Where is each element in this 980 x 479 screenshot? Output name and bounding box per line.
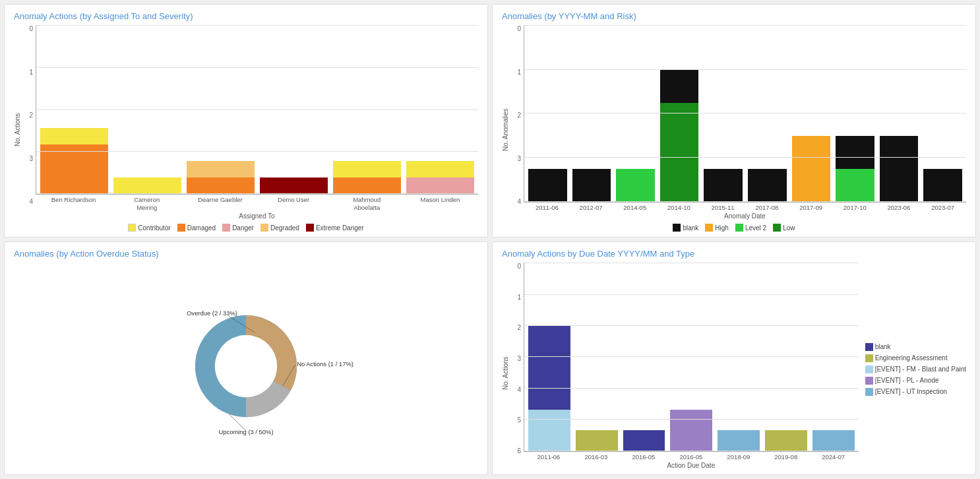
panel-bottom-right: Anomaly Actions by Due Date YYYY/MM and … — [492, 241, 976, 475]
panel-title-bottom-left: Anomalies (by Action Overdue Status) — [14, 249, 478, 259]
panel-title-bottom-right: Anomaly Actions by Due Date YYYY/MM and … — [502, 249, 966, 259]
panel-top-right: Anomalies (by YYYY-MM and Risk) No. Anom… — [492, 4, 976, 238]
label-upcoming: Upcoming (3 / 50%) — [218, 428, 273, 435]
bar-group-tr-5 — [748, 169, 787, 202]
chart-area-top-right: No. Anomalies 4 3 2 1 0 — [502, 25, 966, 232]
swatch-low-tr — [773, 224, 781, 232]
bar-group-1 — [113, 177, 181, 194]
swatch-blank-tr — [673, 224, 681, 232]
bar-group-2 — [187, 161, 255, 194]
y-axis-br: 6 5 4 3 2 1 0 — [509, 263, 524, 469]
bar-group-tr-9 — [923, 169, 962, 202]
panel-bottom-left: Anomalies (by Action Overdue Status) — [4, 241, 488, 475]
donut-area: Overdue (2 / 33%) No Actions (1 / 17%) U… — [14, 263, 478, 469]
bar-group-tr-7 — [836, 136, 874, 202]
bar-group-br-1 — [576, 430, 618, 451]
swatch-degraded — [260, 224, 268, 232]
y-axis-top-right: 4 3 2 1 0 — [509, 25, 524, 220]
bar-group-br-6 — [812, 430, 855, 451]
bars-and-x-br: 2011-06 2016-03 2016-05 2016-05 2018-09 … — [524, 263, 859, 469]
panel-title-top-left: Anomaly Actions (by Assigned To and Seve… — [14, 11, 478, 21]
swatch-level2-tr — [735, 224, 743, 232]
x-axis-title-br: Action Due Date — [524, 462, 859, 469]
x-axis-title-top-right: Anomaly Date — [524, 212, 966, 220]
panel-top-left: Anomaly Actions (by Assigned To and Seve… — [4, 4, 488, 238]
bar-group-br-5 — [765, 430, 807, 451]
bars-container-top-left — [36, 25, 478, 195]
bars-and-x-top-right: 2011-06 2012-07 2014-05 2014-10 2015-11 … — [524, 25, 966, 220]
y-axis-label-top-right: No. Anomalies — [502, 25, 509, 220]
donut-hole — [215, 335, 277, 397]
legend-bottom-right: blank Engineering Assessment [EVENT] - F… — [859, 263, 966, 469]
chart-area-top-left: No. Actions 4 3 2 1 0 — [14, 25, 478, 232]
bar-group-br-4 — [718, 430, 760, 451]
bar-group-tr-2 — [616, 169, 655, 202]
bar-group-br-0 — [528, 326, 570, 451]
legend-top-right: blank High Level 2 Low — [502, 224, 966, 232]
swatch-engineering — [865, 354, 873, 362]
bottom-right-chart: No. Actions 6 5 4 3 2 1 0 — [502, 263, 859, 469]
panel-title-top-right: Anomalies (by YYYY-MM and Risk) — [502, 11, 966, 21]
y-axis-label-top-left: No. Actions — [14, 25, 21, 220]
x-labels-br: 2011-06 2016-03 2016-05 2016-05 2018-09 … — [524, 452, 859, 461]
swatch-high-tr — [705, 224, 713, 232]
bar-group-tr-1 — [572, 169, 611, 202]
bar-group-4 — [333, 161, 401, 194]
label-noactions: No Actions (1 / 17%) — [297, 360, 353, 367]
bar-chart-top-left: No. Actions 4 3 2 1 0 — [14, 25, 478, 220]
x-labels-top-left: Ben Richardson CameronMeiring Dearne Gae… — [36, 195, 478, 211]
swatch-pl-anode — [865, 377, 873, 385]
swatch-ut-inspection — [865, 388, 873, 396]
swatch-blank-br — [865, 343, 873, 351]
bar-group-tr-6 — [792, 136, 831, 202]
bar-group-br-3 — [670, 410, 712, 451]
bar-group-3 — [260, 177, 328, 194]
bar-group-br-2 — [623, 430, 665, 451]
bar-group-tr-0 — [528, 169, 567, 202]
bar-group-5 — [406, 161, 474, 194]
bars-and-x-top-left: Ben Richardson CameronMeiring Dearne Gae… — [36, 25, 478, 220]
bars-container-br — [524, 263, 859, 452]
donut-chart: Overdue (2 / 33%) No Actions (1 / 17%) U… — [154, 287, 338, 445]
swatch-danger — [222, 224, 230, 232]
label-overdue: Overdue (2 / 33%) — [187, 309, 237, 316]
bar-chart-top-right: No. Anomalies 4 3 2 1 0 — [502, 25, 966, 220]
x-labels-top-right: 2011-06 2012-07 2014-05 2014-10 2015-11 … — [524, 203, 966, 211]
legend-top-left: Contributor Damaged Danger Degraded Extr… — [14, 224, 478, 232]
swatch-contributor — [128, 224, 136, 232]
bar-group-tr-3 — [660, 70, 699, 202]
bar-group-tr-8 — [880, 136, 919, 202]
dashboard: Anomaly Actions (by Assigned To and Seve… — [0, 0, 980, 479]
swatch-fm-blast — [865, 366, 873, 373]
y-axis-label-br: No. Actions — [502, 263, 509, 469]
bottom-right-inner: No. Actions 6 5 4 3 2 1 0 — [502, 263, 966, 469]
y-axis-top-left: 4 3 2 1 0 — [21, 25, 36, 220]
bar-group-0 — [40, 128, 108, 194]
bar-group-tr-4 — [704, 169, 743, 202]
bar-chart-bottom-right: No. Actions 6 5 4 3 2 1 0 — [502, 263, 859, 469]
bars-container-top-right — [524, 25, 966, 203]
x-axis-title-top-left: Assigned To — [36, 212, 478, 220]
swatch-damaged — [177, 224, 185, 232]
swatch-extreme-danger — [306, 224, 314, 232]
